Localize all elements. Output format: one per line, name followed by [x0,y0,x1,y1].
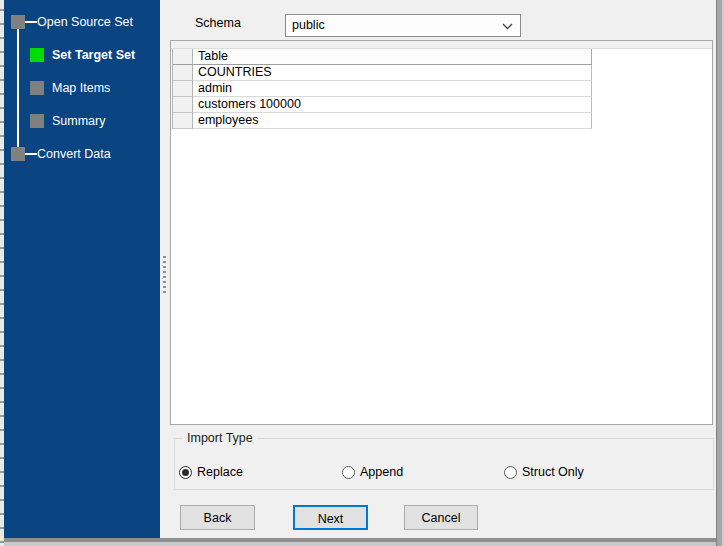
radio-icon [179,466,192,479]
step-summary[interactable]: Summary [30,114,105,128]
next-button[interactable]: Next [293,505,368,530]
import-type-title: Import Type [183,431,257,445]
radio-icon [504,466,517,479]
step-open-source-set[interactable]: Open Source Set [11,15,133,29]
back-button[interactable]: Back [180,505,255,530]
row-selector[interactable] [173,49,193,65]
step-set-target-set[interactable]: Set Target Set [30,48,135,62]
step-label: Convert Data [37,147,111,161]
window-bottom-edge[interactable] [4,538,724,546]
convert-wizard-window: Open Source Set Set Target Set Map Items… [0,0,724,546]
radio-label: Append [360,465,403,479]
step-map-items[interactable]: Map Items [30,81,110,95]
table-panel: Table COUNTRIES admin customers 100000 e… [170,40,713,425]
import-type-group: Import Type Replace Append Struct Only [174,438,714,490]
grid-header-row: Table [173,49,592,65]
splitter[interactable] [160,0,170,538]
radio-replace[interactable]: Replace [179,465,243,479]
schema-label: Schema [195,16,241,30]
schema-select[interactable]: public [285,14,521,37]
table-cell[interactable]: customers 100000 [193,97,592,113]
row-selector[interactable] [173,113,193,129]
row-selector[interactable] [173,81,193,97]
schema-selected-value: public [292,18,325,32]
chevron-down-icon [502,23,513,30]
table-row[interactable]: employees [173,113,592,129]
step-label: Map Items [52,81,110,95]
radio-append[interactable]: Append [342,465,403,479]
step-marker-icon [11,147,25,161]
step-marker-icon [30,48,44,62]
cancel-button[interactable]: Cancel [404,505,478,530]
step-convert-data[interactable]: Convert Data [11,147,111,161]
splitter-grip-icon [163,256,166,293]
table-row[interactable]: customers 100000 [173,97,592,113]
radio-label: Struct Only [522,465,584,479]
step-connector-line [17,29,19,147]
step-label: Set Target Set [52,48,135,62]
table-cell[interactable]: employees [193,113,592,129]
step-label: Summary [52,114,105,128]
step-marker-icon [11,15,25,29]
table-row[interactable]: admin [173,81,592,97]
row-selector[interactable] [173,65,193,81]
radio-icon [342,466,355,479]
tables-grid: Table COUNTRIES admin customers 100000 e… [172,49,592,129]
step-marker-icon [30,114,44,128]
step-marker-icon [30,81,44,95]
column-header-table[interactable]: Table [193,49,592,65]
table-row[interactable]: COUNTRIES [173,65,592,81]
radio-struct-only[interactable]: Struct Only [504,465,584,479]
wizard-steps-sidebar: Open Source Set Set Target Set Map Items… [4,0,160,538]
step-label: Open Source Set [37,15,133,29]
row-selector[interactable] [173,97,193,113]
table-cell[interactable]: admin [193,81,592,97]
grid-header-strip [171,41,712,49]
radio-label: Replace [197,465,243,479]
table-cell[interactable]: COUNTRIES [193,65,592,81]
window-right-edge[interactable] [716,0,724,546]
